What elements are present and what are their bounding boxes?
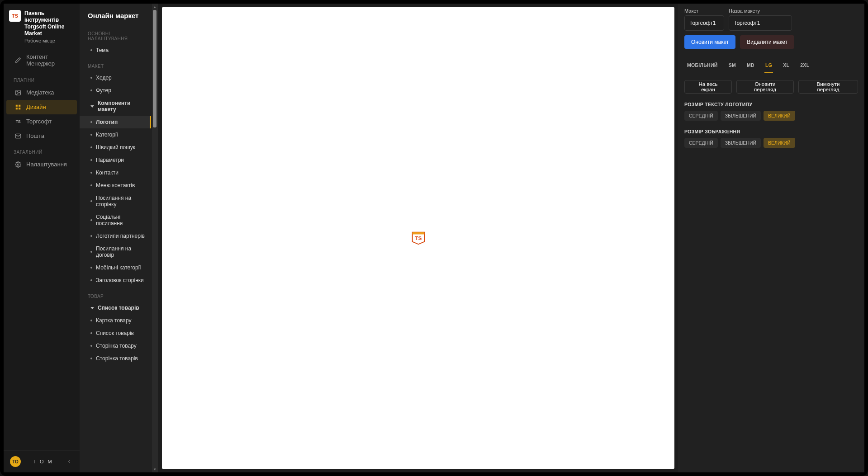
bullet-icon [90, 77, 92, 79]
nav-item-media[interactable]: Медіатека [6, 85, 77, 100]
subnav-item-prodspage[interactable]: Сторінка товарів [80, 352, 151, 365]
subnav-item-prodlist[interactable]: Список товарів [80, 327, 151, 339]
bullet-icon [90, 172, 92, 174]
pill-huge[interactable]: ВЕЛИКИЙ [764, 111, 795, 121]
layout-icon [14, 104, 22, 111]
avatar[interactable]: TO [10, 456, 21, 467]
subnav-item-label: Мобільні категорії [96, 264, 141, 271]
nav-item-label: Пошта [26, 132, 44, 139]
breakpoint-tab-lg[interactable]: LG [764, 60, 773, 73]
nav-item-design[interactable]: Дизайн [6, 100, 77, 114]
subnav-item-pagelink[interactable]: Посилання на сторінку [80, 192, 151, 211]
pill-big[interactable]: ЗБІЛЬШЕНИЙ [721, 138, 761, 148]
subnav-item-label: Футер [96, 87, 111, 94]
brand-title: Панель інструментів Torgsoft Online Mark… [24, 10, 75, 37]
fullscreen-button[interactable]: На весь екран [684, 80, 732, 94]
subnav-item-params[interactable]: Параметри [80, 154, 151, 166]
subnav-item-logo[interactable]: Логотип [80, 116, 151, 128]
svg-rect-4 [16, 108, 18, 109]
setting-block-1: РОЗМІР ЗОБРАЖЕННЯСЕРЕДНІЙЗБІЛЬШЕНИЙВЕЛИК… [684, 129, 858, 148]
breakpoint-tab-sm[interactable]: SM [728, 60, 737, 73]
bullet-icon [90, 159, 92, 161]
nav-label: Контент Менеджер [26, 53, 71, 67]
layout-select-value: Торгсофт1 [689, 20, 716, 26]
subnav-item-footer[interactable]: Футер [80, 84, 151, 97]
breakpoint-tab-xl[interactable]: XL [782, 60, 790, 73]
subnav-item-theme[interactable]: Тема [80, 44, 151, 57]
scroll-thumb[interactable] [153, 10, 157, 127]
subnav-item-label: Логотипи партнерів [96, 233, 145, 239]
nav-section-label: ПЛАГІНИ [4, 71, 80, 85]
nav-item-label: Налаштування [26, 161, 67, 168]
bullet-icon [90, 358, 92, 359]
subnav-item-contract[interactable]: Посилання на договір [80, 242, 151, 261]
pill-huge[interactable]: ВЕЛИКИЙ [764, 138, 795, 148]
nav-item-label: Медіатека [26, 89, 54, 96]
brand-block[interactable]: TS Панель інструментів Torgsoft Online M… [4, 4, 80, 49]
breakpoint-tab-mobile[interactable]: МОБІЛЬНИЙ [686, 60, 719, 73]
subnav-item-label: Хедер [96, 75, 112, 81]
svg-rect-3 [19, 105, 20, 107]
update-layout-button[interactable]: Оновити макет [684, 35, 735, 49]
subnav-item-label: Меню контактів [96, 182, 135, 189]
svg-point-1 [17, 91, 18, 92]
delete-layout-button[interactable]: Видалити макет [740, 35, 794, 49]
breakpoint-tab-2xl[interactable]: 2XL [799, 60, 810, 73]
subnav-item-categories[interactable]: Категорії [80, 128, 151, 141]
pencil-icon [14, 57, 22, 64]
pill-group: СЕРЕДНІЙЗБІЛЬШЕНИЙВЕЛИКИЙ [684, 111, 858, 121]
breakpoint-tabs: МОБІЛЬНИЙSMMDLGXL2XL [684, 57, 858, 74]
nav-section-label: ЗАГАЛЬНИЙ [4, 143, 80, 157]
nav-item-torgsoft[interactable]: TSТоргсофт [6, 114, 77, 129]
subnav-item-pagetitle[interactable]: Заголовок сторінки [80, 274, 151, 287]
subnav-item-header[interactable]: Хедер [80, 71, 151, 84]
bullet-icon [90, 146, 92, 148]
bullet-icon [90, 251, 92, 253]
nav-content-manager[interactable]: Контент Менеджер [6, 49, 77, 71]
bullet-icon [90, 332, 92, 334]
subnav-item-partners[interactable]: Логотипи партнерів [80, 230, 151, 242]
nav-item-label: Дизайн [26, 104, 46, 110]
setting-block-0: РОЗМІР ТЕКСТУ ЛОГОТИПУСЕРЕДНІЙЗБІЛЬШЕНИЙ… [684, 102, 858, 121]
bullet-icon [90, 134, 92, 136]
subnav-item-label: Контакти [96, 170, 119, 176]
refresh-preview-button[interactable]: Оновити перегляд [736, 80, 794, 94]
subnav-item-mobcats[interactable]: Мобільні категорії [80, 261, 151, 274]
svg-text:TS: TS [415, 235, 422, 240]
pill-med[interactable]: СЕРЕДНІЙ [684, 111, 718, 121]
subnav-expandable-компоненти-макету[interactable]: Компоненти макету [80, 97, 151, 116]
svg-rect-5 [19, 108, 20, 109]
layout-select[interactable]: Торгсофт1 [684, 15, 724, 31]
scroll-up-icon[interactable]: ▴ [152, 4, 158, 10]
scroll-down-icon[interactable]: ▾ [152, 466, 158, 472]
bullet-icon [90, 235, 92, 237]
subnav-item-prodcard[interactable]: Картка товару [80, 314, 151, 327]
username: T O M [27, 459, 59, 464]
layout-name-input[interactable] [729, 15, 792, 31]
bullet-icon [90, 49, 92, 51]
pill-med[interactable]: СЕРЕДНІЙ [684, 138, 718, 148]
brand-text: Панель інструментів Torgsoft Online Mark… [24, 10, 75, 44]
subnav-item-social[interactable]: Соціальні посилання [80, 211, 151, 230]
subnav-item-contactmenu[interactable]: Меню контактів [80, 179, 151, 192]
toggle-preview-button[interactable]: Вимкнути перегляд [798, 80, 858, 94]
collapse-sidebar-button[interactable] [65, 457, 73, 466]
bullet-icon [90, 320, 92, 321]
nav-item-settings[interactable]: Налаштування [6, 157, 77, 172]
bullet-icon [90, 345, 92, 347]
subnav-item-quicksearch[interactable]: Швидкий пошук [80, 141, 151, 154]
subnav-item-label: Категорії [96, 132, 118, 138]
subnav-item-contacts[interactable]: Контакти [80, 166, 151, 179]
svg-rect-2 [16, 105, 18, 107]
subnav-item-prodpage[interactable]: Сторінка товару [80, 339, 151, 352]
breakpoint-tab-md[interactable]: MD [746, 60, 755, 73]
subnav-scrollbar[interactable]: ▴ ▾ [151, 4, 158, 472]
pill-big[interactable]: ЗБІЛЬШЕНИЙ [721, 111, 761, 121]
sidebar-primary: TS Панель інструментів Torgsoft Online M… [4, 4, 80, 472]
subnav-group-label: ТОВАР [80, 287, 151, 302]
mail-icon [14, 132, 22, 140]
nav-item-mail[interactable]: Пошта [6, 129, 77, 143]
subnav-item-label: Компоненти макету [98, 100, 147, 113]
subnav-item-label: Посилання на договір [96, 245, 147, 258]
subnav-expandable-список-товарів[interactable]: Список товарів [80, 302, 151, 314]
